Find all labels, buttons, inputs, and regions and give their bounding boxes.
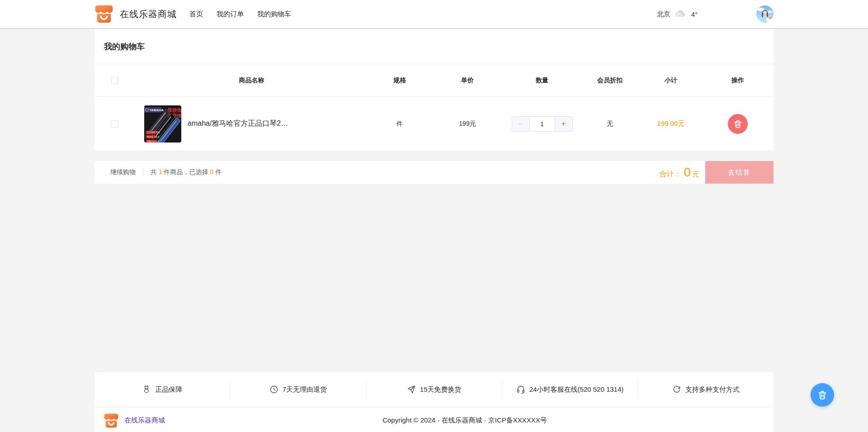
service-7day-return: 7天无理由退货 [230,380,366,399]
qty-decrease-button[interactable]: − [512,117,530,131]
total-amount: 合计： 0 元 [659,165,699,180]
qty-increase-button[interactable]: + [555,117,572,131]
weather-temp: 4° [691,10,698,18]
cart-table-header: 商品名称 规格 单价 数量 会员折扣 小计 操作 [94,64,774,97]
col-header-discount: 会员折扣 [580,76,639,85]
footer-brand-name: 在线乐器商城 [124,416,165,425]
col-header-subtotal: 小计 [639,76,703,85]
service-payment-methods: 支持多种支付方式 [637,380,774,399]
col-header-name: 商品名称 [135,76,368,85]
quantity-stepper: − + [512,116,573,132]
trash-icon [733,119,742,128]
selected-count: 0 [210,168,213,176]
nav-link-cart[interactable]: 我的购物车 [257,10,291,19]
weather-city: 北京 [657,10,670,19]
col-header-price: 单价 [431,76,504,85]
product-name[interactable]: amaha/雅马哈官方正品口琴2… [188,119,288,128]
svg-text:赠教品大礼包: 赠教品大礼包 [147,140,160,142]
cloud-icon [674,9,688,19]
brand[interactable]: 在线乐器商城 [94,5,177,24]
col-header-spec: 规格 [368,76,431,85]
store-logo-icon [94,5,113,24]
select-all-checkbox[interactable] [111,77,118,84]
total-value: 0 [684,165,691,180]
delete-item-button[interactable] [728,114,748,134]
cart-count-text: 共 1 件商品，已选择 0 件 [151,168,222,176]
main-nav: 首页 我的订单 我的购物车 [189,10,291,19]
service-24h-support: 24小时客服在线(520 520 1314) [502,380,638,399]
checkout-button[interactable]: 去结算 [705,161,774,184]
continue-shopping-link[interactable]: 继续购物 [110,168,136,176]
top-navbar: 在线乐器商城 首页 我的订单 我的购物车 北京 4° [0,0,868,29]
clear-cart-float-button[interactable] [811,383,834,407]
item-price: 199元 [431,120,504,128]
send-icon [407,385,416,394]
col-header-action: 操作 [703,76,773,85]
col-header-qty: 数量 [504,76,580,85]
footer: 正品保障 7天无理由退货 15天免费换货 24小时客服在线(520 520 13… [94,372,774,432]
medal-icon [142,385,151,394]
footer-brand[interactable]: 在线乐器商城 [104,413,165,428]
page-title: 我的购物车 [104,41,145,52]
footer-bottom-bar: 在线乐器商城 Copyright © 2024 · 在线乐器商城 · 京ICP备… [94,407,774,432]
weather-widget: 北京 4° [657,9,698,19]
svg-text:YAMAHA: YAMAHA [149,108,164,112]
store-logo-icon [104,413,119,428]
nav-link-home[interactable]: 首页 [189,10,203,19]
user-avatar[interactable] [756,5,774,23]
total-count: 1 [159,168,162,176]
svg-text:正品保障·甄选: 正品保障·甄选 [146,131,160,134]
divider [143,169,143,176]
item-subtotal: 199.00元 [657,119,685,127]
brand-title: 在线乐器商城 [120,8,177,20]
cart-item-row: YAMAHA 院校指定 老师推荐 [94,97,774,151]
refresh-icon [672,385,681,394]
cart-summary-bar: 继续购物 共 1 件商品，已选择 0 件 合计： 0 元 去结算 [94,161,774,184]
item-spec: 件 [368,120,431,128]
service-15day-exchange: 15天免费换货 [366,380,502,399]
cart-panel: 我的购物车 商品名称 规格 单价 数量 会员折扣 小计 操作 YAMAHA [94,29,774,151]
trash-icon [817,390,827,400]
product-image[interactable]: YAMAHA 院校指定 老师推荐 [144,105,181,142]
clock-icon [269,385,278,394]
service-authentic: 正品保障 [94,380,230,399]
item-checkbox[interactable] [111,120,118,128]
headset-icon [516,385,525,394]
svg-text:院校指定: 院校指定 [168,108,181,113]
copyright-text: Copyright © 2024 · 在线乐器商城 · 京ICP备XXXXXX号 [165,416,764,425]
svg-text:考级练习推荐: 考级练习推荐 [146,135,160,138]
service-guarantees: 正品保障 7天无理由退货 15天免费换货 24小时客服在线(520 520 13… [94,372,774,407]
qty-input[interactable] [530,117,555,131]
cart-page: 我的购物车 商品名称 规格 单价 数量 会员折扣 小计 操作 YAMAHA [94,29,774,184]
item-discount: 无 [580,120,639,128]
nav-link-orders[interactable]: 我的订单 [217,10,244,19]
